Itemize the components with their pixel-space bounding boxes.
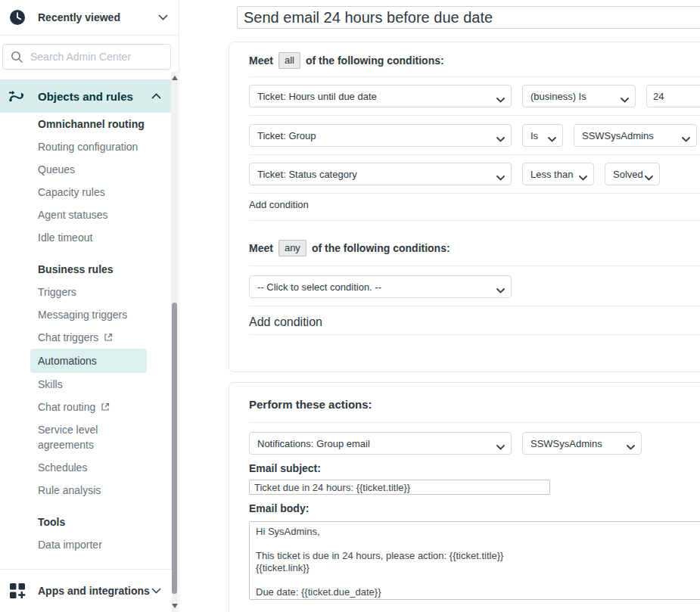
- meet-any-line: Meet any of the following conditions:: [249, 239, 450, 257]
- divider: [249, 193, 700, 194]
- sidebar-item-automations[interactable]: Automations: [30, 349, 147, 373]
- condition-field-select[interactable]: Ticket: Group: [249, 124, 512, 147]
- sidebar-item-schedules[interactable]: Schedules: [0, 456, 172, 479]
- route-icon: [8, 89, 27, 104]
- chevron-down-icon: [682, 133, 690, 144]
- sidebar-item-service-level-agreements[interactable]: Service level agreements: [0, 418, 172, 456]
- automation-title-input[interactable]: [237, 6, 700, 29]
- chevron-down-icon: [496, 172, 505, 183]
- divider: [249, 334, 700, 335]
- sidebar-item-capacity-rules[interactable]: Capacity rules: [0, 181, 172, 203]
- match-type-any-selector[interactable]: any: [278, 240, 306, 256]
- sidebar-item-rule-analysis[interactable]: Rule analysis: [0, 479, 172, 502]
- select-condition-placeholder[interactable]: -- Click to select condition. --: [249, 275, 512, 298]
- sidebar-nav: Objects and rules Omnichannel routing Ro…: [0, 79, 172, 556]
- add-condition-any-link[interactable]: Add condition: [249, 315, 322, 329]
- actions-panel: Perform these actions: Notifications: Gr…: [229, 382, 700, 612]
- chevron-down-icon: [496, 441, 505, 452]
- clock-icon: [9, 9, 26, 26]
- condition-operator-select[interactable]: Is: [522, 124, 563, 147]
- divider: [249, 154, 700, 155]
- chevron-down-icon: [158, 14, 168, 20]
- condition-row-empty: -- Click to select condition. --: [249, 275, 700, 298]
- action-target-select[interactable]: SSWSysAdmins: [522, 432, 642, 455]
- chevron-down-icon: [627, 441, 635, 452]
- condition-field-select[interactable]: Ticket: Status category: [249, 163, 512, 185]
- nav-group-tools: Tools: [0, 511, 172, 533]
- scrollbar-down-arrow[interactable]: [172, 604, 178, 608]
- nav-group-business-rules: Business rules: [0, 258, 172, 281]
- external-link-icon: [101, 402, 110, 412]
- recently-viewed-dropdown[interactable]: Recently viewed: [0, 0, 179, 36]
- apps-and-integrations-label: Apps and integrations: [38, 583, 151, 598]
- conditions-panel: Meet all of the following conditions: Ti…: [229, 42, 700, 372]
- divider: [249, 76, 700, 77]
- recently-viewed-label: Recently viewed: [38, 11, 158, 23]
- scrollbar-up-arrow[interactable]: [172, 76, 178, 80]
- sidebar-item-routing-configuration[interactable]: Routing configuration: [0, 135, 172, 158]
- condition-operator-select[interactable]: (business) Is: [522, 85, 636, 107]
- automation-editor: Meet all of the following conditions: Ti…: [229, 0, 700, 612]
- chevron-down-icon: [496, 284, 505, 296]
- section-label: Objects and rules: [38, 90, 151, 103]
- sidebar-scrollbar[interactable]: [171, 72, 178, 612]
- sidebar-item-messaging-triggers[interactable]: Messaging triggers: [0, 303, 172, 326]
- meet-all-line: Meet all of the following conditions:: [249, 51, 444, 70]
- condition-row: Ticket: Hours until due date (business) …: [249, 85, 700, 107]
- chevron-down-icon: [151, 588, 161, 594]
- chevron-down-icon: [548, 133, 556, 144]
- nav-group-omnichannel-routing: Omnichannel routing: [0, 113, 172, 135]
- action-type-select[interactable]: Notifications: Group email: [249, 432, 512, 455]
- condition-row: Ticket: Status category Less than Solved: [249, 163, 700, 185]
- sidebar-item-agent-statuses[interactable]: Agent statuses: [0, 203, 172, 226]
- sidebar-item-skills[interactable]: Skills: [0, 373, 172, 396]
- search-input[interactable]: [29, 50, 150, 64]
- divider: [249, 306, 700, 306]
- scrollbar-thumb[interactable]: [172, 303, 177, 594]
- admin-center-app: Recently viewed Objects and rules: [0, 0, 700, 612]
- sidebar: Recently viewed Objects and rules: [0, 0, 179, 612]
- email-body-textarea[interactable]: Hi SysAdmins, This ticket is due in 24 h…: [249, 521, 700, 600]
- chevron-down-icon: [645, 172, 653, 183]
- divider: [249, 266, 700, 266]
- condition-value-select[interactable]: Solved: [605, 163, 660, 185]
- email-subject-label: Email subject:: [249, 462, 321, 474]
- chevron-down-icon: [579, 172, 587, 183]
- divider: [249, 115, 700, 116]
- divider: [249, 220, 700, 221]
- email-subject-input[interactable]: [249, 480, 550, 495]
- external-link-icon: [104, 333, 113, 342]
- actions-heading: Perform these actions:: [249, 398, 372, 411]
- sidebar-item-triggers[interactable]: Triggers: [0, 281, 172, 303]
- condition-row: Ticket: Group Is SSWSysAdmins: [249, 124, 700, 147]
- email-body-label: Email body:: [249, 502, 309, 514]
- sidebar-item-chat-routing[interactable]: Chat routing: [0, 396, 172, 418]
- chevron-down-icon: [496, 133, 505, 144]
- chevron-down-icon: [496, 94, 505, 105]
- sidebar-item-queues[interactable]: Queues: [0, 158, 172, 181]
- divider: [249, 422, 700, 423]
- condition-value-select[interactable]: SSWSysAdmins: [574, 124, 697, 147]
- match-type-all-selector[interactable]: all: [278, 52, 300, 69]
- condition-field-select[interactable]: Ticket: Hours until due date: [249, 85, 512, 107]
- sidebar-item-idle-timeout[interactable]: Idle timeout: [0, 226, 172, 249]
- sidebar-item-objects-and-rules[interactable]: Objects and rules: [0, 79, 172, 113]
- apps-grid-icon: [9, 582, 26, 599]
- condition-value-input[interactable]: [646, 85, 700, 107]
- sidebar-item-chat-triggers[interactable]: Chat triggers: [0, 326, 172, 349]
- condition-operator-select[interactable]: Less than: [522, 163, 594, 185]
- action-row: Notifications: Group email SSWSysAdmins: [249, 432, 700, 455]
- add-condition-all-link[interactable]: Add condition: [249, 199, 309, 210]
- chevron-down-icon: [621, 94, 629, 105]
- search-icon: [11, 51, 23, 67]
- sidebar-item-data-importer[interactable]: Data importer: [0, 533, 172, 556]
- search-box[interactable]: [2, 44, 171, 70]
- chevron-up-icon: [151, 93, 161, 99]
- sidebar-item-apps-and-integrations[interactable]: Apps and integrations: [0, 569, 172, 612]
